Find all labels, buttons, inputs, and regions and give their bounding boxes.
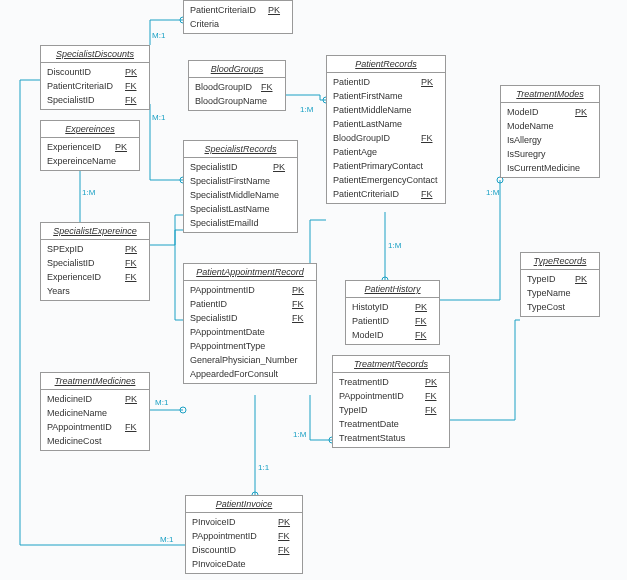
attr-key: FK bbox=[125, 421, 143, 433]
attr-key bbox=[421, 104, 439, 116]
attr-key bbox=[273, 203, 291, 215]
attr-row: GeneralPhysician_Number bbox=[184, 353, 316, 367]
attr-name: IsAllergy bbox=[507, 134, 575, 146]
attr-row: PatientFirstName bbox=[327, 89, 445, 103]
entity-title: PatientAppointmentRecord bbox=[184, 264, 316, 281]
attr-name: PInvoiceDate bbox=[192, 558, 278, 570]
attr-row: TypeIDFK bbox=[333, 403, 449, 417]
attr-key: FK bbox=[292, 298, 310, 310]
attr-key bbox=[267, 95, 279, 107]
attr-row: TreatmentDate bbox=[333, 417, 449, 431]
attr-row: SPExpIDPK bbox=[41, 242, 149, 256]
attr-name: ExperienceID bbox=[47, 141, 115, 153]
attr-key: PK bbox=[575, 106, 593, 118]
attr-key: FK bbox=[421, 188, 439, 200]
attr-key: FK bbox=[425, 390, 443, 402]
attr-row: PAppointmentIDFK bbox=[41, 420, 149, 434]
attr-key: PK bbox=[292, 284, 310, 296]
attr-name: Criteria bbox=[190, 18, 268, 30]
attr-key bbox=[273, 175, 291, 187]
attr-name: SpecialistID bbox=[47, 257, 125, 269]
attr-row: TypeIDPK bbox=[521, 272, 599, 286]
attr-row: PAppointmentIDFK bbox=[333, 389, 449, 403]
svg-text:1:M: 1:M bbox=[293, 430, 307, 439]
entity-title: PatientHistory bbox=[346, 281, 439, 298]
attr-name: SpecialistFirstName bbox=[190, 175, 273, 187]
attr-name: BloodGroupID bbox=[195, 81, 261, 93]
attr-row: PatientPrimaryContact bbox=[327, 159, 445, 173]
attr-name: PatientPrimaryContact bbox=[333, 160, 423, 172]
attr-name: PatientCriteriaID bbox=[190, 4, 268, 16]
attr-name: TreatmentStatus bbox=[339, 432, 425, 444]
entity-specialist-experience: SpecialistExpereince SPExpIDPK Specialis… bbox=[40, 222, 150, 301]
attr-name: IsCurrentMedicine bbox=[507, 162, 580, 174]
attr-row: SpecialistIDFK bbox=[41, 256, 149, 270]
attr-row: PatientIDFK bbox=[184, 297, 316, 311]
attr-key bbox=[575, 120, 593, 132]
attr-row: PatientCriteriaIDPK bbox=[184, 3, 292, 17]
entity-body: HistotyIDPK PatientIDFK ModeIDFK bbox=[346, 298, 439, 344]
attr-row: SpecialistMiddleName bbox=[184, 188, 297, 202]
attr-key bbox=[575, 134, 593, 146]
attr-row: PatientEmergencyContact bbox=[327, 173, 445, 187]
attr-row: SpecialistFirstName bbox=[184, 174, 297, 188]
entity-experiences: Expereinces ExperienceIDPK ExpereinceNam… bbox=[40, 120, 140, 171]
attr-key: FK bbox=[125, 257, 143, 269]
attr-key bbox=[292, 340, 310, 352]
attr-key bbox=[268, 18, 286, 30]
entity-specialist-discounts: SpecialistDiscounts DiscountIDPK Patient… bbox=[40, 45, 150, 110]
attr-name: PatientMiddleName bbox=[333, 104, 421, 116]
attr-key bbox=[125, 435, 143, 447]
entity-type-records: TypeRecords TypeIDPK TypeName TypeCost bbox=[520, 252, 600, 317]
entity-title: SpecialistDiscounts bbox=[41, 46, 149, 63]
entity-title: TreatmentRecords bbox=[333, 356, 449, 373]
attr-row: HistotyIDPK bbox=[346, 300, 439, 314]
attr-key: FK bbox=[425, 404, 443, 416]
attr-key: PK bbox=[125, 393, 143, 405]
attr-name: TreatmentDate bbox=[339, 418, 425, 430]
attr-key: FK bbox=[278, 544, 296, 556]
entity-title: TypeRecords bbox=[521, 253, 599, 270]
attr-key bbox=[292, 326, 310, 338]
entity-treatment-medicines: TreatmentMedicines MedicineIDPK Medicine… bbox=[40, 372, 150, 451]
svg-text:M:1: M:1 bbox=[160, 535, 174, 544]
entity-patient-invoice: PatientInvoice PInvoiceIDPK PAppointment… bbox=[185, 495, 303, 574]
entity-body: PatientCriteriaIDPK Criteria bbox=[184, 1, 292, 33]
attr-row: Years bbox=[41, 284, 149, 298]
attr-key bbox=[580, 162, 593, 174]
attr-key: FK bbox=[292, 312, 310, 324]
attr-name: SpecialistLastName bbox=[190, 203, 273, 215]
attr-name: PatientLastName bbox=[333, 118, 421, 130]
attr-row: PatientLastName bbox=[327, 117, 445, 131]
entity-body: SpecialistIDPK SpecialistFirstName Speci… bbox=[184, 158, 297, 232]
attr-row: IsCurrentMedicine bbox=[501, 161, 599, 175]
entity-body: PAppointmentIDPK PatientIDFK SpecialistI… bbox=[184, 281, 316, 383]
attr-row: BloodGroupIDFK bbox=[189, 80, 285, 94]
attr-name: PAppointmentDate bbox=[190, 326, 292, 338]
attr-name: ExperienceID bbox=[47, 271, 125, 283]
attr-key bbox=[575, 301, 593, 313]
attr-name: ModeName bbox=[507, 120, 575, 132]
entity-patient-appointment-record: PatientAppointmentRecord PAppointmentIDP… bbox=[183, 263, 317, 384]
attr-row: ModeName bbox=[501, 119, 599, 133]
attr-name: SpecialistID bbox=[190, 161, 273, 173]
attr-key bbox=[125, 285, 143, 297]
attr-name: TypeID bbox=[527, 273, 575, 285]
attr-key: PK bbox=[415, 301, 433, 313]
attr-key: FK bbox=[278, 530, 296, 542]
attr-key bbox=[116, 155, 133, 167]
attr-row: PInvoiceIDPK bbox=[186, 515, 302, 529]
entity-title: SpecialistRecords bbox=[184, 141, 297, 158]
attr-key bbox=[425, 432, 443, 444]
attr-name: DiscountID bbox=[192, 544, 278, 556]
attr-key bbox=[279, 189, 291, 201]
entity-treatment-modes: TreatmentModes ModeIDPK ModeName IsAller… bbox=[500, 85, 600, 178]
attr-row: AppeardedForConsult bbox=[184, 367, 316, 381]
svg-text:1:M: 1:M bbox=[486, 188, 500, 197]
attr-key bbox=[292, 368, 310, 380]
attr-row: DiscountIDPK bbox=[41, 65, 149, 79]
attr-key bbox=[125, 407, 143, 419]
entity-body: TreatmentIDPK PAppointmentIDFK TypeIDFK … bbox=[333, 373, 449, 447]
attr-row: PAppointmentIDFK bbox=[186, 529, 302, 543]
attr-key bbox=[438, 174, 439, 186]
